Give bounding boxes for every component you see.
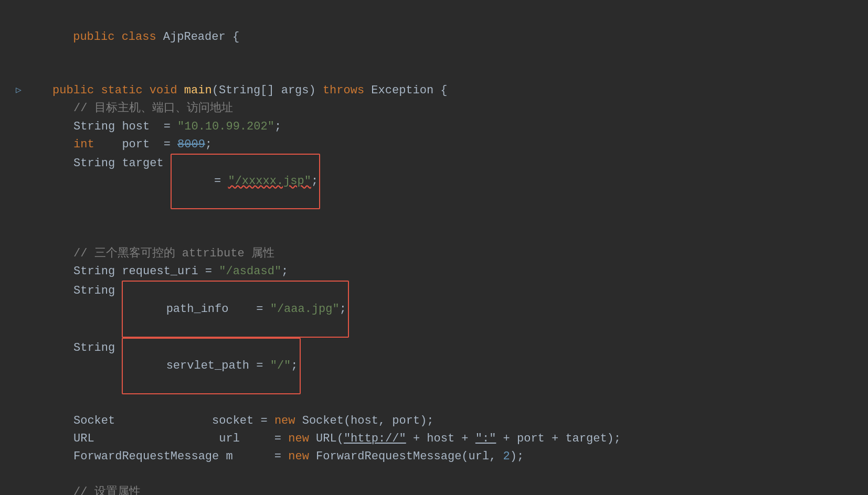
- keyword-static: static: [101, 82, 142, 100]
- ctor-url: URL: [316, 430, 337, 448]
- ctor-frm: ForwardRequestMessage: [316, 448, 461, 466]
- type-string-target: String: [73, 155, 115, 173]
- keyword-new-frm: new: [288, 448, 309, 466]
- comment-text-2: // 三个黑客可控的 attribute 属性: [73, 245, 274, 263]
- type-frm: ForwardRequestMessage: [73, 448, 219, 466]
- type-string-servletpath: String: [73, 339, 115, 357]
- line-servlet-path: String servlet_path = "/";: [31, 338, 847, 394]
- code-editor: public class AjpReader { ▷ public static…: [0, 0, 868, 495]
- type-url: URL: [73, 430, 94, 448]
- value-target: "/xxxxx.jsp": [228, 175, 311, 188]
- red-box-servlet-path: servlet_path = "/";: [122, 338, 300, 394]
- param-type-string: String: [219, 82, 260, 100]
- line-request-uri: String request_uri = "/asdasd" ;: [31, 263, 847, 281]
- keyword-new-url: new: [288, 430, 309, 448]
- method-name-main: main: [184, 82, 212, 100]
- exception-class: Exception: [371, 82, 433, 100]
- line-comment2: // 三个黑客可控的 attribute 属性: [31, 245, 847, 263]
- value-http: "http://": [344, 430, 406, 448]
- type-socket: Socket: [73, 412, 115, 430]
- line-class-decl: public class AjpReader {: [31, 10, 847, 64]
- blank-line-5: [31, 466, 847, 483]
- comment-text-3: // 设置属性: [73, 483, 141, 495]
- keyword-throws: throws: [323, 82, 364, 100]
- type-string-requri: String: [73, 263, 115, 281]
- value-pathinfo: "/aaa.jpg": [270, 303, 340, 316]
- code-text: public class AjpReader {: [31, 10, 239, 64]
- line-target: String target = "/xxxxx.jsp";: [31, 154, 847, 209]
- line-port: int port = 8009 ;: [31, 136, 847, 154]
- left-arrow-icon: ▷: [16, 83, 22, 98]
- blank-line-2: [31, 209, 847, 227]
- type-string-pathinfo: String: [73, 282, 115, 300]
- type-string-host: String: [73, 118, 115, 136]
- line-comment3: // 设置属性: [31, 483, 847, 495]
- red-box-path-info: path_info = "/aaa.jpg";: [122, 281, 349, 337]
- line-comment1: // 目标主机、端口、访问地址: [31, 100, 847, 117]
- param-name-args: args: [281, 82, 309, 100]
- value-requri: "/asdasd": [219, 263, 281, 281]
- blank-line-3: [31, 227, 847, 245]
- line-host: String host = "10.10.99.202" ;: [31, 118, 847, 136]
- value-servletpath: "/": [270, 359, 291, 372]
- type-int-port: int: [73, 136, 94, 154]
- keyword-void: void: [150, 82, 177, 100]
- comment-text-1: // 目标主机、端口、访问地址: [73, 100, 233, 117]
- line-socket: Socket socket = new Socket (host, port);: [31, 412, 847, 430]
- line-path-info: String path_info = "/aaa.jpg";: [31, 281, 847, 337]
- line-method-decl: ▷ public static void main ( String [] ar…: [31, 82, 847, 100]
- blank-line-1: [31, 64, 847, 82]
- keyword-new-socket: new: [274, 412, 295, 430]
- value-colon: ":": [475, 430, 496, 448]
- keyword-public: public: [52, 82, 94, 100]
- line-url: URL url = new URL ( "http://" + host + "…: [31, 430, 847, 448]
- value-2: 2: [503, 448, 510, 466]
- value-port: 8009: [177, 136, 205, 154]
- ctor-socket: Socket: [302, 412, 344, 430]
- blank-line-4: [31, 394, 847, 412]
- line-frm: ForwardRequestMessage m = new ForwardReq…: [31, 448, 847, 466]
- red-box-target: = "/xxxxx.jsp";: [171, 154, 320, 209]
- value-host: "10.10.99.202": [177, 118, 274, 136]
